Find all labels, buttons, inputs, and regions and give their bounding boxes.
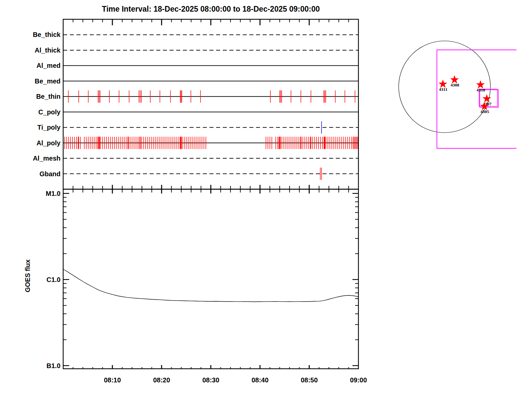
- timeline-panel-border: [63, 19, 358, 189]
- filter-label-Be_thin: Be_thin: [36, 93, 61, 100]
- chart-area: Be_thickAl_thickAl_medBe_medBe_thinC_pol…: [0, 0, 532, 399]
- filter-label-Al_mesh: Al_mesh: [33, 155, 61, 162]
- goes-panel-border: [63, 189, 358, 369]
- active-region-star-4308: [451, 76, 459, 83]
- active-region-label-4305: 4305: [480, 109, 489, 114]
- active-region-label-4308: 4308: [451, 82, 460, 87]
- active-region-star-4310: [476, 81, 484, 88]
- fov-box-0: [437, 50, 516, 148]
- x-axis-label-08:20: 08:20: [153, 376, 170, 384]
- x-axis-label-09:00: 09:00: [350, 376, 367, 384]
- x-axis-label-08:30: 08:30: [202, 376, 219, 384]
- filter-label-Be_med: Be_med: [35, 77, 61, 85]
- active-region-label-4310: 4310: [476, 87, 485, 92]
- x-axis-label-08:10: 08:10: [104, 376, 121, 384]
- x-axis-label-08:40: 08:40: [251, 376, 268, 384]
- filter-label-Ti_poly: Ti_poly: [37, 124, 61, 131]
- filter-label-Al_med: Al_med: [37, 62, 61, 69]
- active-region-star-4311: [439, 80, 447, 88]
- y-axis-label-C1.0: C1.0: [47, 276, 61, 283]
- goes-flux-curve: [63, 269, 358, 302]
- screenshot-root: Time Interval: 18-Dec-2025 08:00:00 to 1…: [0, 0, 532, 399]
- filter-label-Gband: Gband: [40, 170, 61, 178]
- filter-label-Al_thick: Al_thick: [35, 47, 61, 54]
- y-axis-label-M1.0: M1.0: [46, 190, 61, 197]
- filter-label-C_poly: C_poly: [38, 108, 61, 116]
- y-axis-label-B1.0: B1.0: [47, 362, 61, 369]
- filter-label-Al_poly: Al_poly: [37, 139, 61, 147]
- x-axis-label-08:50: 08:50: [301, 376, 318, 384]
- filter-label-Be_thick: Be_thick: [33, 31, 61, 38]
- active-region-label-4311: 4311: [439, 87, 447, 92]
